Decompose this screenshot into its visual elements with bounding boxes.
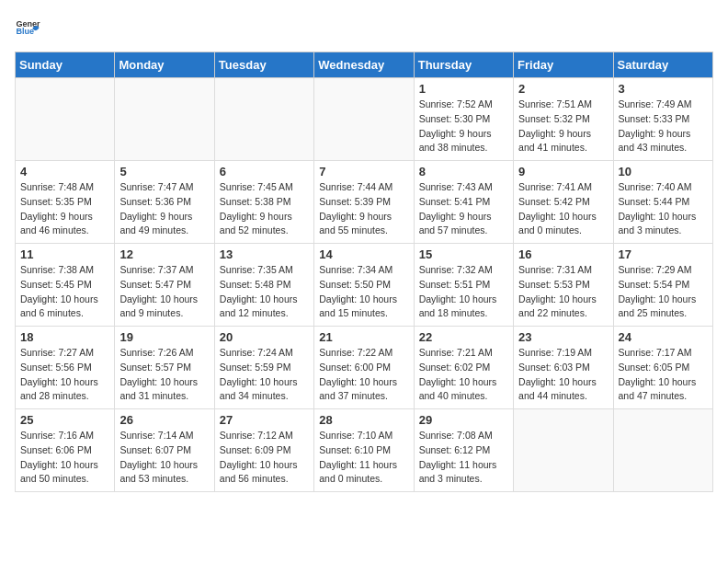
sun-info: Sunrise: 7:26 AMSunset: 5:57 PMDaylight:… — [119, 346, 209, 404]
day-number: 17 — [619, 247, 708, 261]
sun-info: Sunrise: 7:31 AMSunset: 5:53 PMDaylight:… — [518, 263, 608, 321]
calendar-day-cell: 5Sunrise: 7:47 AMSunset: 5:36 PMDaylight… — [115, 161, 214, 244]
svg-text:Blue: Blue — [16, 27, 34, 36]
day-number: 15 — [419, 247, 508, 261]
sun-info: Sunrise: 7:10 AMSunset: 6:10 PMDaylight:… — [319, 429, 408, 487]
day-number: 2 — [518, 82, 608, 96]
day-number: 24 — [619, 330, 708, 344]
calendar-day-cell: 12Sunrise: 7:37 AMSunset: 5:47 PMDayligh… — [115, 244, 214, 327]
calendar-week-row: 1Sunrise: 7:52 AMSunset: 5:30 PMDaylight… — [16, 78, 713, 161]
day-number: 19 — [119, 330, 209, 344]
sun-info: Sunrise: 7:38 AMSunset: 5:45 PMDaylight:… — [20, 263, 109, 321]
calendar-day-cell: 16Sunrise: 7:31 AMSunset: 5:53 PMDayligh… — [514, 244, 613, 327]
calendar-day-cell — [613, 409, 712, 492]
sun-info: Sunrise: 7:45 AMSunset: 5:38 PMDaylight:… — [220, 180, 309, 238]
sun-info: Sunrise: 7:08 AMSunset: 6:12 PMDaylight:… — [419, 429, 508, 487]
day-number: 26 — [119, 413, 209, 427]
day-number: 11 — [20, 247, 109, 261]
sun-info: Sunrise: 7:37 AMSunset: 5:47 PMDaylight:… — [119, 263, 209, 321]
day-of-week-header: Friday — [514, 52, 613, 78]
sun-info: Sunrise: 7:29 AMSunset: 5:54 PMDaylight:… — [619, 263, 708, 321]
day-number: 21 — [319, 330, 408, 344]
day-number: 13 — [220, 247, 309, 261]
day-number: 10 — [619, 165, 708, 178]
calendar-week-row: 11Sunrise: 7:38 AMSunset: 5:45 PMDayligh… — [16, 244, 713, 327]
calendar-table: SundayMondayTuesdayWednesdayThursdayFrid… — [15, 52, 713, 492]
day-number: 18 — [20, 330, 109, 344]
day-number: 16 — [518, 247, 608, 261]
sun-info: Sunrise: 7:44 AMSunset: 5:39 PMDaylight:… — [319, 180, 408, 238]
day-number: 28 — [319, 413, 408, 427]
sun-info: Sunrise: 7:19 AMSunset: 6:03 PMDaylight:… — [518, 346, 608, 404]
sun-info: Sunrise: 7:17 AMSunset: 6:05 PMDaylight:… — [619, 346, 708, 404]
calendar-day-cell: 24Sunrise: 7:17 AMSunset: 6:05 PMDayligh… — [613, 327, 712, 409]
day-of-week-header: Sunday — [16, 52, 115, 78]
calendar-day-cell: 18Sunrise: 7:27 AMSunset: 5:56 PMDayligh… — [16, 327, 115, 409]
calendar-day-cell: 21Sunrise: 7:22 AMSunset: 6:00 PMDayligh… — [314, 327, 414, 409]
calendar-day-cell: 29Sunrise: 7:08 AMSunset: 6:12 PMDayligh… — [414, 409, 513, 492]
day-number: 7 — [319, 165, 408, 178]
calendar-day-cell: 8Sunrise: 7:43 AMSunset: 5:41 PMDaylight… — [414, 161, 513, 244]
day-number: 22 — [419, 330, 508, 344]
day-number: 5 — [119, 165, 209, 178]
sun-info: Sunrise: 7:14 AMSunset: 6:07 PMDaylight:… — [119, 429, 209, 487]
calendar-day-cell: 25Sunrise: 7:16 AMSunset: 6:06 PMDayligh… — [16, 409, 115, 492]
sun-info: Sunrise: 7:52 AMSunset: 5:30 PMDaylight:… — [419, 98, 508, 155]
calendar-day-cell: 23Sunrise: 7:19 AMSunset: 6:03 PMDayligh… — [514, 327, 613, 409]
calendar-week-row: 4Sunrise: 7:48 AMSunset: 5:35 PMDaylight… — [16, 161, 713, 244]
calendar-day-cell: 26Sunrise: 7:14 AMSunset: 6:07 PMDayligh… — [115, 409, 214, 492]
calendar-day-cell — [16, 78, 115, 161]
calendar-day-cell — [514, 409, 613, 492]
sun-info: Sunrise: 7:41 AMSunset: 5:42 PMDaylight:… — [518, 180, 608, 238]
day-number: 4 — [20, 165, 109, 178]
day-number: 14 — [319, 247, 408, 261]
sun-info: Sunrise: 7:47 AMSunset: 5:36 PMDaylight:… — [119, 180, 209, 238]
calendar-day-cell: 4Sunrise: 7:48 AMSunset: 5:35 PMDaylight… — [16, 161, 115, 244]
day-number: 25 — [20, 413, 109, 427]
day-of-week-header: Tuesday — [214, 52, 313, 78]
sun-info: Sunrise: 7:16 AMSunset: 6:06 PMDaylight:… — [20, 429, 109, 487]
day-number: 6 — [220, 165, 309, 178]
day-number: 29 — [419, 413, 508, 427]
calendar-day-cell: 22Sunrise: 7:21 AMSunset: 6:02 PMDayligh… — [414, 327, 513, 409]
day-of-week-header: Wednesday — [314, 52, 414, 78]
calendar-day-cell: 7Sunrise: 7:44 AMSunset: 5:39 PMDaylight… — [314, 161, 414, 244]
day-of-week-header: Monday — [115, 52, 214, 78]
calendar-day-cell: 13Sunrise: 7:35 AMSunset: 5:48 PMDayligh… — [214, 244, 313, 327]
calendar-day-cell: 3Sunrise: 7:49 AMSunset: 5:33 PMDaylight… — [613, 78, 712, 161]
day-number: 1 — [419, 82, 508, 96]
sun-info: Sunrise: 7:35 AMSunset: 5:48 PMDaylight:… — [220, 263, 309, 321]
sun-info: Sunrise: 7:32 AMSunset: 5:51 PMDaylight:… — [419, 263, 508, 321]
day-number: 12 — [119, 247, 209, 261]
sun-info: Sunrise: 7:34 AMSunset: 5:50 PMDaylight:… — [319, 263, 408, 321]
sun-info: Sunrise: 7:48 AMSunset: 5:35 PMDaylight:… — [20, 180, 109, 238]
sun-info: Sunrise: 7:21 AMSunset: 6:02 PMDaylight:… — [419, 346, 508, 404]
day-number: 9 — [518, 165, 608, 178]
calendar-day-cell: 11Sunrise: 7:38 AMSunset: 5:45 PMDayligh… — [16, 244, 115, 327]
logo-icon: General Blue — [15, 15, 40, 40]
calendar-day-cell: 2Sunrise: 7:51 AMSunset: 5:32 PMDaylight… — [514, 78, 613, 161]
sun-info: Sunrise: 7:40 AMSunset: 5:44 PMDaylight:… — [619, 180, 708, 238]
calendar-week-row: 25Sunrise: 7:16 AMSunset: 6:06 PMDayligh… — [16, 409, 713, 492]
sun-info: Sunrise: 7:24 AMSunset: 5:59 PMDaylight:… — [220, 346, 309, 404]
sun-info: Sunrise: 7:51 AMSunset: 5:32 PMDaylight:… — [518, 98, 608, 155]
calendar-day-cell — [214, 78, 313, 161]
sun-info: Sunrise: 7:43 AMSunset: 5:41 PMDaylight:… — [419, 180, 508, 238]
day-number: 20 — [220, 330, 309, 344]
logo: General Blue — [15, 15, 40, 40]
calendar-day-cell: 14Sunrise: 7:34 AMSunset: 5:50 PMDayligh… — [314, 244, 414, 327]
sun-info: Sunrise: 7:27 AMSunset: 5:56 PMDaylight:… — [20, 346, 109, 404]
calendar-day-cell: 6Sunrise: 7:45 AMSunset: 5:38 PMDaylight… — [214, 161, 313, 244]
calendar-day-cell: 15Sunrise: 7:32 AMSunset: 5:51 PMDayligh… — [414, 244, 513, 327]
calendar-day-cell: 1Sunrise: 7:52 AMSunset: 5:30 PMDaylight… — [414, 78, 513, 161]
day-number: 23 — [518, 330, 608, 344]
page-header: General Blue — [15, 15, 713, 40]
day-number: 8 — [419, 165, 508, 178]
sun-info: Sunrise: 7:22 AMSunset: 6:00 PMDaylight:… — [319, 346, 408, 404]
calendar-day-cell: 28Sunrise: 7:10 AMSunset: 6:10 PMDayligh… — [314, 409, 414, 492]
calendar-day-cell — [314, 78, 414, 161]
day-of-week-header: Thursday — [414, 52, 513, 78]
sun-info: Sunrise: 7:12 AMSunset: 6:09 PMDaylight:… — [220, 429, 309, 487]
sun-info: Sunrise: 7:49 AMSunset: 5:33 PMDaylight:… — [619, 98, 708, 155]
calendar-day-cell: 17Sunrise: 7:29 AMSunset: 5:54 PMDayligh… — [613, 244, 712, 327]
